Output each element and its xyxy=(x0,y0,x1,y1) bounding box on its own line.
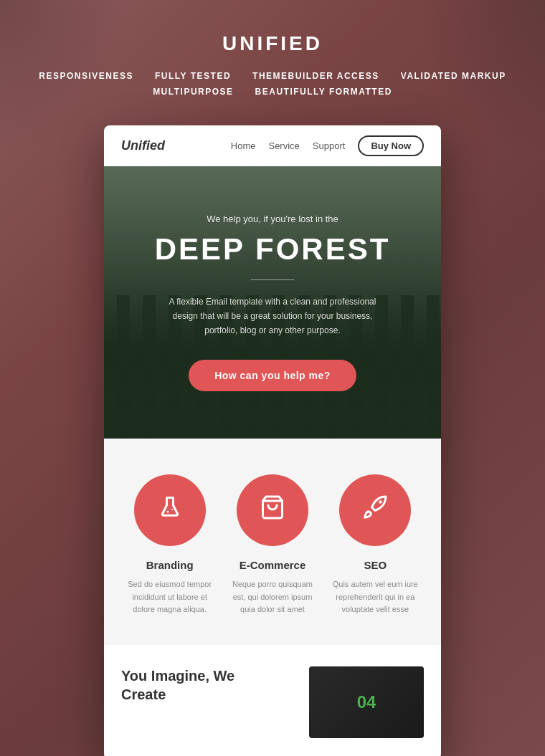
nav-support[interactable]: Support xyxy=(313,140,346,151)
preview-card: Unified Home Service Support Buy Now We … xyxy=(104,125,441,756)
features-list: RESPONSIVENESS FULLY TESTED THEMEBUILDER… xyxy=(14,71,531,97)
bottom-title-line1: You Imagine, We xyxy=(121,668,234,684)
service-branding-desc: Sed do eiusmod tempor incididunt ut labo… xyxy=(125,578,214,616)
service-ecommerce-title: E-Commerce xyxy=(240,559,306,571)
svg-point-1 xyxy=(171,509,173,510)
service-seo: SEO Quis autem vel eum iure reprehenderi… xyxy=(331,474,420,616)
service-ecommerce: E-Commerce Neque porro quisquam est, qui… xyxy=(228,474,316,616)
hero-cta-button[interactable]: How can you help me? xyxy=(189,360,356,391)
nav-home[interactable]: Home xyxy=(231,140,256,151)
services-grid: Branding Sed do eiusmod tempor incididun… xyxy=(125,474,420,616)
nav-links: Home Service Support Buy Now xyxy=(231,135,424,156)
svg-point-3 xyxy=(379,500,383,504)
bottom-image-number: 04 xyxy=(357,692,376,712)
flask-icon xyxy=(157,494,183,526)
bottom-image: 04 xyxy=(309,666,424,738)
hero-description: A flexible Email template with a clean a… xyxy=(165,295,380,338)
service-seo-icon-circle xyxy=(339,474,411,546)
hero-content: We help you, if you're lost in the DEEP … xyxy=(155,214,391,391)
service-ecommerce-desc: Neque porro quisquam est, qui dolorem ip… xyxy=(228,578,316,616)
nav-logo: Unified xyxy=(121,138,165,153)
header-section: UNIFIED RESPONSIVENESS FULLY TESTED THEM… xyxy=(0,0,545,118)
bottom-title: You Imagine, We Create xyxy=(121,666,295,704)
bottom-text: You Imagine, We Create xyxy=(121,666,295,704)
service-seo-desc: Quis autem vel eum iure reprehenderit qu… xyxy=(331,578,420,616)
svg-point-0 xyxy=(166,511,169,513)
service-branding: Branding Sed do eiusmod tempor incididun… xyxy=(125,474,214,616)
services-section: Branding Sed do eiusmod tempor incididun… xyxy=(104,439,441,645)
feature-themebuilder: THEMEBUILDER ACCESS xyxy=(252,71,379,81)
hero-title: DEEP FOREST xyxy=(155,233,391,266)
feature-fully-tested: FULLY TESTED xyxy=(155,71,231,81)
hero-subtitle: We help you, if you're lost in the xyxy=(155,214,391,224)
feature-multipurpose: MULTIPURPOSE xyxy=(153,87,233,97)
nav-buy-button[interactable]: Buy Now xyxy=(358,135,424,156)
bottom-title-line2: Create xyxy=(121,686,166,702)
service-branding-title: Branding xyxy=(146,559,194,571)
service-branding-icon-circle xyxy=(134,474,206,546)
bottom-section: You Imagine, We Create 04 xyxy=(104,645,441,756)
nav-bar: Unified Home Service Support Buy Now xyxy=(104,125,441,166)
rocket-icon xyxy=(362,494,388,526)
nav-service[interactable]: Service xyxy=(268,140,299,151)
feature-validated: VALIDATED MARKUP xyxy=(401,71,506,81)
hero-divider xyxy=(251,279,294,280)
feature-beautifully: BEAUTIFULLY FORMATTED xyxy=(255,87,392,97)
site-title: UNIFIED xyxy=(14,32,531,55)
service-seo-title: SEO xyxy=(364,559,387,571)
service-ecommerce-icon-circle xyxy=(237,474,308,546)
bag-icon xyxy=(260,494,285,526)
hero-section: We help you, if you're lost in the DEEP … xyxy=(104,166,441,439)
feature-responsiveness: RESPONSIVENESS xyxy=(39,71,133,81)
